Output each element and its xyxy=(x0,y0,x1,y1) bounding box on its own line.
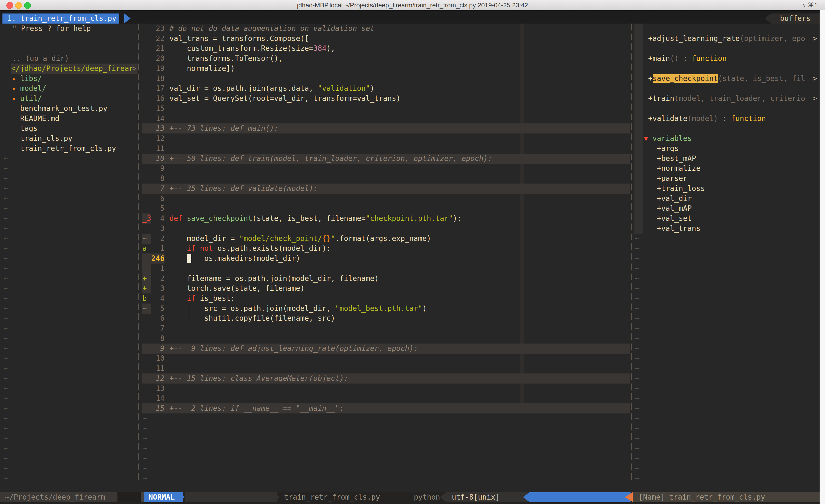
code-line[interactable]: ~2 model_dir = "model/check_point/{}".fo… xyxy=(142,234,630,244)
tag-item[interactable]: +validate(model) : function xyxy=(634,113,820,124)
sign-column-cell xyxy=(142,154,151,164)
code-line[interactable]: 23# do not do data augmentation on valid… xyxy=(142,23,630,33)
code-line[interactable]: 1 xyxy=(142,263,630,274)
tree-item-file[interactable]: train_cls.py xyxy=(2,134,138,144)
tag-item[interactable]: +val_dir xyxy=(634,193,820,204)
tagbar-gutter xyxy=(634,113,643,124)
code-line[interactable]: 11 xyxy=(142,144,630,154)
code-line[interactable]: 17val_dir = os.path.join(args.data, "val… xyxy=(142,83,630,93)
fold-line[interactable]: 12+-- 15 lines: class AverageMeter(objec… xyxy=(142,373,630,384)
line-number: 4 xyxy=(151,214,164,224)
code-line[interactable]: 246 os.makedirs(model_dir) xyxy=(142,253,630,263)
git-status-segment: +8 ~3 -3 master xyxy=(185,492,278,502)
tag-text: +val_mAP xyxy=(644,203,692,214)
code-line[interactable]: 19 normalize]) xyxy=(142,64,630,74)
tag-item[interactable]: +val_trans xyxy=(634,224,820,234)
empty-line-tilde: ~ xyxy=(634,313,820,323)
tab-train-retr-from-cls[interactable]: 1. train_retr_from_cls.py xyxy=(2,13,119,23)
tag-item[interactable]: +best_mAP xyxy=(634,154,820,164)
tree-item-file[interactable]: train_retr_from_cls.py xyxy=(2,144,138,154)
fold-line[interactable]: 9+-- 9 lines: def adjust_learning_rate(o… xyxy=(142,343,630,354)
sign-column-cell: _3 xyxy=(142,214,151,224)
tag-item[interactable]: +main() : function xyxy=(634,54,820,64)
code-line[interactable]: +3 torch.save(state, filename) xyxy=(142,283,630,293)
tagbar-kind-header[interactable]: ▼ variables xyxy=(634,134,820,144)
line-number: 17 xyxy=(151,83,164,93)
empty-line-tilde: ~ xyxy=(142,433,630,443)
window-separator[interactable] xyxy=(138,23,139,483)
tree-item-file[interactable]: tags xyxy=(2,123,138,134)
tree-item-dir[interactable]: ▸libs/ xyxy=(2,74,138,84)
code-line[interactable]: b4 if is_best: xyxy=(142,293,630,304)
code-line[interactable]: 7 xyxy=(142,323,630,333)
tag-item[interactable]: +parser xyxy=(634,173,820,183)
code-line[interactable]: a1 if not os.path.exists(model_dir): xyxy=(142,243,630,253)
code-line[interactable]: 13 xyxy=(142,384,630,394)
vim-tabline: 1. train_retr_from_cls.py buffers xyxy=(0,10,820,23)
fold-open-icon: ▼ xyxy=(644,134,648,143)
tag-item[interactable]: +train(model, train_loader, criterio> xyxy=(634,93,820,103)
tag-item[interactable]: +val_mAP xyxy=(634,203,820,214)
fold-line[interactable]: 7+-- 35 lines: def validate(model): xyxy=(142,183,630,193)
code-line[interactable]: 8 xyxy=(142,173,630,183)
sign-column-cell xyxy=(142,393,151,403)
empty-line-tilde: ~ xyxy=(634,323,820,333)
code-line[interactable]: 9 xyxy=(142,163,630,173)
empty-line-tilde: ~ xyxy=(2,243,138,253)
code-line[interactable]: 14 xyxy=(142,113,630,124)
code-line[interactable]: 10 xyxy=(142,353,630,363)
highlighted-tag: save_checkpoint xyxy=(653,74,718,83)
tag-text: +val_set xyxy=(644,214,692,224)
chevron-right-icon: ▸ xyxy=(12,83,17,93)
code-line[interactable]: 21 custom_transform.Resize(size=384), xyxy=(142,44,630,54)
line-number: 7 xyxy=(151,323,164,333)
code-line[interactable]: 18 xyxy=(142,74,630,84)
fold-line[interactable]: 13+-- 73 lines: def main(): xyxy=(142,123,630,134)
tagbar-blank-line xyxy=(634,44,820,54)
empty-line-tilde: ~ xyxy=(634,473,820,483)
empty-line-tilde: ~ xyxy=(2,333,138,343)
code-line[interactable]: +2 filename = os.path.join(model_dir, fi… xyxy=(142,274,630,284)
empty-line-tilde: ~ xyxy=(2,464,138,474)
code-line[interactable]: 22val_trans = transforms.Compose([ xyxy=(142,33,630,44)
window-separator[interactable] xyxy=(631,23,632,483)
tree-item-dir[interactable]: ▸model/ xyxy=(2,83,138,93)
code-line[interactable]: _34def save_checkpoint(state, is_best, f… xyxy=(142,214,630,224)
code-text: val_set = QuerySet(root=val_dir, transfo… xyxy=(169,93,400,103)
truncation-marker: > xyxy=(813,33,817,44)
tag-item[interactable]: +val_set xyxy=(634,214,820,224)
tree-item-file[interactable]: benchmark_on_test.py xyxy=(2,103,138,113)
code-line[interactable]: 16val_set = QuerySet(root=val_dir, trans… xyxy=(142,93,630,103)
tree-root[interactable]: </jdhao/Projects/deep_firear> xyxy=(2,64,138,74)
sign-column-cell xyxy=(142,224,151,234)
tag-text: +adjust_learning_rate(optimizer, epo xyxy=(644,33,805,44)
code-line[interactable]: ~5 src = os.path.join(model_dir, "model_… xyxy=(142,304,630,314)
tree-item-file[interactable]: README.md xyxy=(2,113,138,124)
tree-blank-line xyxy=(2,33,138,44)
tag-item[interactable]: +normalize xyxy=(634,163,820,173)
tree-up-dir[interactable]: .. (up a dir) xyxy=(2,54,138,64)
code-line[interactable]: 15 xyxy=(142,103,630,113)
code-line[interactable]: 3 xyxy=(142,224,630,234)
tag-item[interactable]: +save_checkpoint(state, is_best, fil> xyxy=(634,74,820,84)
tag-item[interactable]: +adjust_learning_rate(optimizer, epo> xyxy=(634,33,820,44)
scrollbar-track[interactable] xyxy=(820,10,825,504)
code-line[interactable]: 12 xyxy=(142,134,630,144)
code-editor[interactable]: 23# do not do data augmentation on valid… xyxy=(142,23,630,483)
code-line[interactable]: 6 shutil.copyfile(filename, src) xyxy=(142,313,630,323)
statusline-position: 86% ≡ 246/284LN : 5 xyxy=(529,492,630,502)
tree-item-dir[interactable]: ▸util/ xyxy=(2,93,138,103)
line-number: 22 xyxy=(151,33,164,44)
empty-line-tilde: ~ xyxy=(142,464,630,474)
fold-line[interactable]: 15+-- 2 lines: if __name__ == "__main__"… xyxy=(142,403,630,413)
code-line[interactable]: 8 xyxy=(142,333,630,343)
chevron-right-icon: ▸ xyxy=(12,93,17,103)
tag-item[interactable]: +args xyxy=(634,144,820,154)
code-line[interactable]: 6 xyxy=(142,193,630,204)
code-line[interactable]: 5 xyxy=(142,203,630,214)
code-line[interactable]: 14 xyxy=(142,393,630,403)
fold-line[interactable]: 10+-- 50 lines: def train(model, train_l… xyxy=(142,154,630,164)
code-line[interactable]: 11 xyxy=(142,363,630,373)
code-line[interactable]: 20 transforms.ToTensor(), xyxy=(142,54,630,64)
tag-item[interactable]: +train_loss xyxy=(634,183,820,193)
